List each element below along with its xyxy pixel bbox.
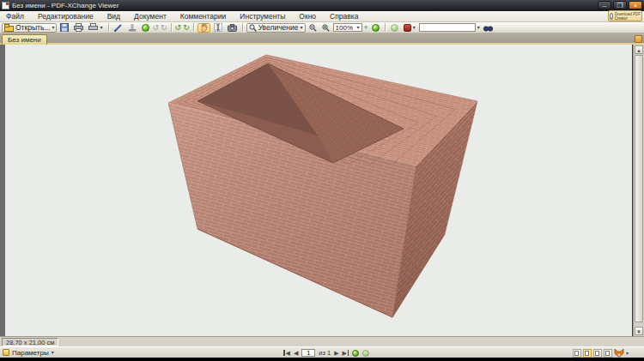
zoom-level-value: 100% — [336, 24, 353, 32]
zoom-in-button[interactable] — [320, 23, 331, 33]
options-dropdown[interactable]: Параметры ▾ — [3, 348, 54, 357]
search-input[interactable] — [419, 23, 476, 32]
app-icon — [2, 2, 9, 9]
zoom-out-button[interactable] — [307, 23, 319, 33]
launch-button[interactable] — [140, 23, 151, 33]
refresh-button[interactable] — [389, 23, 400, 33]
main-toolbar: Открыть... ▾ ▾ — [0, 22, 644, 33]
window-title: Без имени - PDF-XChange Viewer — [12, 2, 118, 9]
status-bar: Параметры ▾ ◀ ◀ из 1 ▶ ▶ — [0, 346, 644, 358]
toolbar-separator — [385, 23, 386, 32]
next-page-button[interactable]: ▶ — [334, 348, 338, 358]
tab-untitled[interactable]: Без имени — [2, 34, 47, 45]
horizontal-scrollbar[interactable]: 28,70 x 21,00 см — [0, 336, 644, 346]
promo-hand-icon — [610, 13, 613, 20]
tab-label: Без имени — [8, 36, 41, 44]
rotate-cw-button[interactable]: ↻ — [183, 23, 190, 32]
open-caret-icon[interactable]: ▾ — [52, 23, 54, 32]
snapshot-button[interactable] — [226, 23, 239, 33]
continuous-view-button[interactable] — [583, 349, 592, 358]
green-orb-icon — [372, 24, 380, 32]
last-page-bar-icon — [348, 350, 349, 356]
menu-edit[interactable]: Редактирование — [37, 12, 94, 21]
comment-caret-icon[interactable]: ▾ — [413, 23, 416, 32]
menu-bar: Файл Редактирование Вид Документ Коммент… — [0, 11, 644, 22]
menu-file[interactable]: Файл — [5, 12, 25, 21]
red-tool-icon — [404, 24, 411, 32]
rotate-ccw-button[interactable]: ↺ — [175, 23, 182, 32]
fox-caret-icon[interactable]: ▾ — [626, 349, 629, 358]
continuous-facing-view-button[interactable] — [604, 349, 612, 358]
nav-pale-orb-icon[interactable] — [362, 350, 369, 357]
open-folder-icon — [4, 24, 14, 32]
toolbar-separator — [108, 23, 109, 32]
print-button[interactable] — [72, 23, 85, 33]
page-number-input[interactable] — [301, 349, 315, 357]
zoom-tool-caret-icon[interactable]: ▾ — [301, 23, 303, 32]
minimize-button[interactable]: – — [598, 1, 611, 9]
menu-tools[interactable]: Инструменты — [239, 12, 286, 21]
scroll-down-arrow-icon[interactable]: ▼ — [635, 327, 643, 335]
search-caret-icon[interactable]: ▾ — [477, 23, 480, 32]
tab-scroll-button[interactable] — [635, 35, 642, 43]
tracker-fox-icon[interactable] — [614, 348, 624, 358]
scroll-up-arrow-icon[interactable]: ▲ — [635, 45, 643, 54]
print-options-button[interactable]: ▾ — [87, 23, 104, 33]
toolbar-separator — [242, 23, 243, 32]
page-navigation: ◀ ◀ из 1 ▶ ▶ — [283, 348, 369, 358]
menu-comments[interactable]: Комментарии — [179, 12, 228, 21]
facing-view-button[interactable] — [593, 349, 602, 358]
undo-button[interactable]: ↺ — [153, 23, 160, 32]
print-caret-icon[interactable]: ▾ — [100, 23, 102, 32]
find-button[interactable] — [482, 23, 495, 33]
promo-line2: Creator — [615, 16, 641, 21]
zoom-level-combobox[interactable]: 100% ▾ — [333, 23, 362, 32]
page-size-indicator: 28,70 x 21,00 см — [2, 338, 58, 346]
menu-window[interactable]: Окно — [298, 12, 317, 21]
last-page-button[interactable]: ▶ — [343, 348, 349, 358]
zoom-in-icon — [322, 24, 330, 32]
hand-tool-button[interactable] — [197, 23, 210, 33]
download-promo-button[interactable]: Download PDF Creator — [608, 10, 642, 21]
single-page-view-button[interactable] — [573, 349, 581, 358]
toolbar-separator — [193, 23, 194, 32]
document-canvas[interactable]: ▲ ▼ — [0, 45, 644, 336]
comment-tool-button[interactable]: ▾ — [402, 23, 417, 33]
vertical-scrollbar[interactable]: ▲ ▼ — [633, 45, 644, 336]
zoom-level-caret-icon[interactable]: ▾ — [357, 23, 360, 32]
stamp-tool-button[interactable] — [126, 23, 138, 33]
binoculars-icon — [483, 24, 493, 32]
options-label: Параметры — [12, 349, 49, 357]
hand-icon — [200, 23, 208, 32]
menu-view[interactable]: Вид — [106, 12, 121, 21]
prev-page-button[interactable]: ◀ — [294, 348, 298, 358]
vertical-scrollbar-thumb[interactable] — [635, 55, 643, 322]
nav-green-orb-icon[interactable] — [352, 350, 359, 357]
menu-document[interactable]: Документ — [133, 12, 167, 21]
view-mode-buttons: ▾ — [573, 348, 629, 358]
open-button-label: Открыть... — [15, 23, 50, 32]
select-text-button[interactable] — [212, 23, 224, 33]
title-bar: Без имени - PDF-XChange Viewer – ❐ × — [0, 0, 644, 11]
pdf-page[interactable] — [5, 45, 633, 336]
close-button[interactable]: × — [629, 1, 642, 9]
maximize-button[interactable]: ❐ — [613, 1, 627, 9]
go-button[interactable] — [370, 23, 381, 33]
pen-tool-button[interactable] — [112, 23, 125, 33]
open-button[interactable]: Открыть... ▾ — [2, 23, 57, 33]
zoom-plus-button[interactable]: + — [364, 23, 368, 32]
save-button[interactable] — [58, 23, 70, 33]
document-tab-bar: Без имени — [0, 33, 644, 45]
options-caret-icon[interactable]: ▾ — [52, 348, 54, 357]
zoom-tool-dropdown[interactable]: Увеличение ▾ — [246, 23, 306, 33]
window-controls: – ❐ × — [598, 1, 642, 9]
redo-button[interactable]: ↻ — [161, 23, 167, 32]
menu-help[interactable]: Справка — [329, 12, 359, 21]
pen-icon — [114, 23, 123, 32]
options-icon — [3, 349, 9, 356]
stamp-icon — [128, 23, 137, 32]
first-page-button[interactable]: ◀ — [283, 348, 290, 358]
snapshot-camera-icon — [228, 24, 237, 32]
toolbar-separator — [171, 23, 172, 32]
zoom-out-icon — [309, 24, 317, 32]
